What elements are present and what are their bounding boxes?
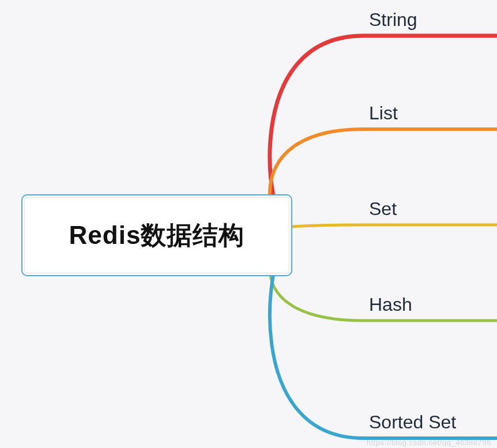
branch-sorted-set bbox=[270, 235, 497, 438]
child-node-hash[interactable]: Hash bbox=[369, 294, 412, 315]
branch-set bbox=[270, 225, 497, 235]
root-node-label: Redis数据结构 bbox=[69, 219, 245, 253]
child-node-string[interactable]: String bbox=[369, 9, 417, 31]
child-node-list[interactable]: List bbox=[369, 103, 398, 124]
root-node[interactable]: Redis数据结构 bbox=[21, 194, 292, 276]
child-node-set[interactable]: Set bbox=[369, 198, 397, 220]
child-node-sorted-set[interactable]: Sorted Set bbox=[369, 412, 456, 433]
watermark-text: https://blog.csdn.net/qq_46388795 bbox=[367, 438, 491, 447]
